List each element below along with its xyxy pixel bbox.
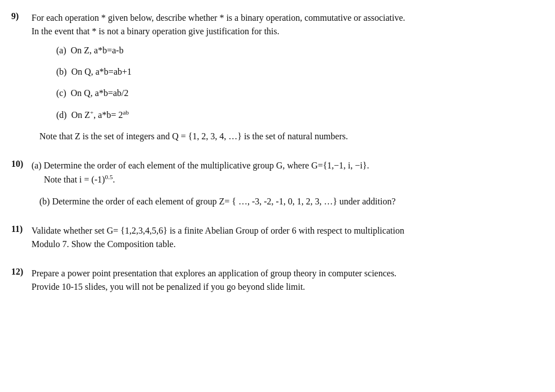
q11-line2: Modulo 7. Show the Composition table. bbox=[31, 238, 538, 251]
q9-number: 9) bbox=[11, 11, 31, 21]
q9-sub-a: (a) On Z, a*b=a-b bbox=[56, 44, 538, 57]
q11-text: Validate whether set G= {1,2,3,4,5,6} is… bbox=[31, 224, 538, 251]
q9-note: Note that Z is the set of integers and Q… bbox=[39, 130, 538, 143]
question-10: 10) (a) Determine the order of each elem… bbox=[11, 159, 538, 208]
q12-number: 12) bbox=[11, 267, 31, 277]
q12-text: Prepare a power point presentation that … bbox=[31, 267, 538, 294]
q11-header: 11) Validate whether set G= {1,2,3,4,5,6… bbox=[11, 224, 538, 251]
question-11: 11) Validate whether set G= {1,2,3,4,5,6… bbox=[11, 224, 538, 251]
q11-line1: Validate whether set G= {1,2,3,4,5,6} is… bbox=[31, 224, 538, 238]
q10-header: 10) (a) Determine the order of each elem… bbox=[11, 159, 538, 186]
q9-sub-d-label: (d) On Z+, a*b= 2ab bbox=[56, 110, 129, 120]
q12-line2: Provide 10-15 slides, you will not be pe… bbox=[31, 280, 538, 294]
q9-sub-items: (a) On Z, a*b=a-b (b) On Q, a*b=ab+1 (c)… bbox=[56, 44, 538, 122]
q9-sub-c-label: (c) On Q, a*b=ab/2 bbox=[56, 88, 129, 98]
q11-number: 11) bbox=[11, 224, 31, 234]
q9-sub-d: (d) On Z+, a*b= 2ab bbox=[56, 108, 538, 122]
q10-number: 10) bbox=[11, 159, 31, 169]
q12-header: 12) Prepare a power point presentation t… bbox=[11, 267, 538, 294]
q9-sub-b-label: (b) On Q, a*b=ab+1 bbox=[56, 67, 132, 76]
question-12: 12) Prepare a power point presentation t… bbox=[11, 267, 538, 294]
q9-sub-b: (b) On Q, a*b=ab+1 bbox=[56, 65, 538, 79]
q9-line1: For each operation * given below, descri… bbox=[31, 11, 538, 25]
q10-line-a: (a) Determine the order of each element … bbox=[31, 159, 538, 172]
q10-line-a2: Note that i = (-1)0.5. bbox=[44, 172, 538, 186]
q10-sub-b: (b) Determine the order of each element … bbox=[39, 195, 538, 208]
q9-sub-c: (c) On Q, a*b=ab/2 bbox=[56, 86, 538, 100]
q9-line2: In the event that * is not a binary oper… bbox=[31, 25, 538, 38]
question-9: 9) For each operation * given below, des… bbox=[11, 11, 538, 143]
q9-text: For each operation * given below, descri… bbox=[31, 11, 538, 38]
q9-sub-a-label: (a) On Z, a*b=a-b bbox=[56, 45, 124, 55]
page: 9) For each operation * given below, des… bbox=[11, 11, 538, 294]
q10-text-a: (a) Determine the order of each element … bbox=[31, 159, 538, 186]
q12-line1: Prepare a power point presentation that … bbox=[31, 267, 538, 280]
